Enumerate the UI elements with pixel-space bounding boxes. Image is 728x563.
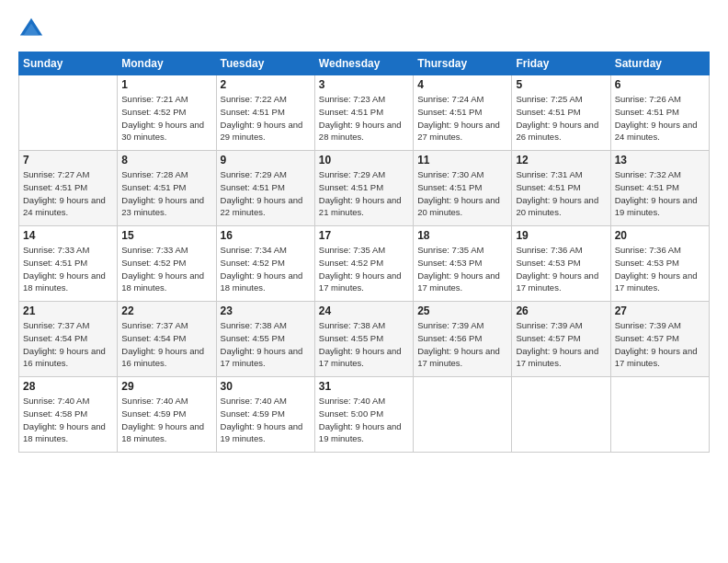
day-info: Sunrise: 7:26 AM Sunset: 4:51 PM Dayligh… bbox=[615, 93, 705, 144]
day-number: 31 bbox=[319, 380, 409, 393]
calendar-cell: 26 Sunrise: 7:39 AM Sunset: 4:57 PM Dayl… bbox=[512, 302, 610, 377]
day-number: 16 bbox=[221, 229, 311, 242]
day-info: Sunrise: 7:21 AM Sunset: 4:52 PM Dayligh… bbox=[121, 93, 211, 144]
week-row-4: 21 Sunrise: 7:37 AM Sunset: 4:54 PM Dayl… bbox=[19, 302, 710, 377]
calendar-cell: 31 Sunrise: 7:40 AM Sunset: 5:00 PM Dayl… bbox=[314, 377, 413, 453]
day-info: Sunrise: 7:31 AM Sunset: 4:51 PM Dayligh… bbox=[516, 168, 606, 219]
day-number: 1 bbox=[121, 78, 211, 91]
day-info: Sunrise: 7:37 AM Sunset: 4:54 PM Dayligh… bbox=[23, 319, 113, 370]
calendar-cell: 11 Sunrise: 7:30 AM Sunset: 4:51 PM Dayl… bbox=[414, 151, 512, 226]
day-info: Sunrise: 7:35 AM Sunset: 4:53 PM Dayligh… bbox=[417, 244, 507, 294]
day-info: Sunrise: 7:36 AM Sunset: 4:53 PM Dayligh… bbox=[615, 244, 705, 294]
day-info: Sunrise: 7:33 AM Sunset: 4:52 PM Dayligh… bbox=[121, 244, 211, 294]
day-number: 23 bbox=[221, 304, 311, 317]
page: SundayMondayTuesdayWednesdayThursdayFrid… bbox=[0, 0, 728, 563]
calendar-cell: 13 Sunrise: 7:32 AM Sunset: 4:51 PM Dayl… bbox=[610, 151, 709, 226]
day-number: 5 bbox=[516, 78, 606, 91]
day-info: Sunrise: 7:39 AM Sunset: 4:56 PM Dayligh… bbox=[417, 319, 507, 370]
calendar-cell: 2 Sunrise: 7:22 AM Sunset: 4:51 PM Dayli… bbox=[216, 75, 314, 151]
calendar-cell bbox=[512, 377, 610, 453]
day-info: Sunrise: 7:30 AM Sunset: 4:51 PM Dayligh… bbox=[417, 168, 507, 219]
day-number: 2 bbox=[221, 78, 311, 91]
calendar-cell bbox=[414, 377, 512, 453]
calendar-cell: 5 Sunrise: 7:25 AM Sunset: 4:51 PM Dayli… bbox=[512, 75, 610, 151]
weekday-header-sunday: Sunday bbox=[19, 52, 118, 75]
day-info: Sunrise: 7:29 AM Sunset: 4:51 PM Dayligh… bbox=[221, 168, 311, 219]
calendar-cell: 25 Sunrise: 7:39 AM Sunset: 4:56 PM Dayl… bbox=[414, 302, 512, 377]
day-info: Sunrise: 7:35 AM Sunset: 4:52 PM Dayligh… bbox=[319, 244, 409, 294]
day-info: Sunrise: 7:22 AM Sunset: 4:51 PM Dayligh… bbox=[221, 93, 311, 144]
day-number: 30 bbox=[221, 380, 311, 393]
logo-icon bbox=[18, 17, 44, 42]
day-number: 6 bbox=[615, 78, 705, 91]
weekday-header-wednesday: Wednesday bbox=[314, 52, 413, 75]
calendar-cell: 3 Sunrise: 7:23 AM Sunset: 4:51 PM Dayli… bbox=[314, 75, 413, 151]
day-number: 22 bbox=[121, 304, 211, 317]
day-number: 17 bbox=[319, 229, 409, 242]
day-number: 24 bbox=[319, 304, 409, 317]
calendar-cell: 10 Sunrise: 7:29 AM Sunset: 4:51 PM Dayl… bbox=[314, 151, 413, 226]
day-info: Sunrise: 7:37 AM Sunset: 4:54 PM Dayligh… bbox=[121, 319, 211, 370]
calendar-cell: 23 Sunrise: 7:38 AM Sunset: 4:55 PM Dayl… bbox=[216, 302, 314, 377]
calendar-cell: 15 Sunrise: 7:33 AM Sunset: 4:52 PM Dayl… bbox=[118, 226, 216, 302]
calendar-table: SundayMondayTuesdayWednesdayThursdayFrid… bbox=[18, 52, 710, 453]
calendar-cell: 29 Sunrise: 7:40 AM Sunset: 4:59 PM Dayl… bbox=[118, 377, 216, 453]
calendar-cell: 9 Sunrise: 7:29 AM Sunset: 4:51 PM Dayli… bbox=[216, 151, 314, 226]
day-info: Sunrise: 7:33 AM Sunset: 4:51 PM Dayligh… bbox=[23, 244, 113, 294]
day-info: Sunrise: 7:29 AM Sunset: 4:51 PM Dayligh… bbox=[319, 168, 409, 219]
day-number: 11 bbox=[417, 154, 507, 167]
calendar-cell: 4 Sunrise: 7:24 AM Sunset: 4:51 PM Dayli… bbox=[414, 75, 512, 151]
day-number: 8 bbox=[121, 154, 211, 167]
calendar-cell bbox=[610, 377, 709, 453]
day-info: Sunrise: 7:40 AM Sunset: 4:59 PM Dayligh… bbox=[121, 395, 211, 445]
day-number: 13 bbox=[615, 154, 705, 167]
day-info: Sunrise: 7:27 AM Sunset: 4:51 PM Dayligh… bbox=[23, 168, 113, 219]
calendar-cell: 8 Sunrise: 7:28 AM Sunset: 4:51 PM Dayli… bbox=[118, 151, 216, 226]
week-row-5: 28 Sunrise: 7:40 AM Sunset: 4:58 PM Dayl… bbox=[19, 377, 710, 453]
day-number: 10 bbox=[319, 154, 409, 167]
week-row-1: 1 Sunrise: 7:21 AM Sunset: 4:52 PM Dayli… bbox=[19, 75, 710, 151]
calendar-cell: 7 Sunrise: 7:27 AM Sunset: 4:51 PM Dayli… bbox=[19, 151, 118, 226]
day-info: Sunrise: 7:34 AM Sunset: 4:52 PM Dayligh… bbox=[221, 244, 311, 294]
day-info: Sunrise: 7:39 AM Sunset: 4:57 PM Dayligh… bbox=[516, 319, 606, 370]
day-number: 14 bbox=[23, 229, 113, 242]
day-info: Sunrise: 7:36 AM Sunset: 4:53 PM Dayligh… bbox=[516, 244, 606, 294]
day-info: Sunrise: 7:28 AM Sunset: 4:51 PM Dayligh… bbox=[121, 168, 211, 219]
day-info: Sunrise: 7:23 AM Sunset: 4:51 PM Dayligh… bbox=[319, 93, 409, 144]
day-number: 20 bbox=[615, 229, 705, 242]
day-info: Sunrise: 7:40 AM Sunset: 4:58 PM Dayligh… bbox=[23, 395, 113, 445]
day-info: Sunrise: 7:32 AM Sunset: 4:51 PM Dayligh… bbox=[615, 168, 705, 219]
day-info: Sunrise: 7:40 AM Sunset: 4:59 PM Dayligh… bbox=[221, 395, 311, 445]
calendar-cell: 30 Sunrise: 7:40 AM Sunset: 4:59 PM Dayl… bbox=[216, 377, 314, 453]
day-number: 3 bbox=[319, 78, 409, 91]
day-number: 15 bbox=[121, 229, 211, 242]
weekday-header-saturday: Saturday bbox=[610, 52, 709, 75]
day-number: 26 bbox=[516, 304, 606, 317]
weekday-header-row: SundayMondayTuesdayWednesdayThursdayFrid… bbox=[19, 52, 710, 75]
day-info: Sunrise: 7:25 AM Sunset: 4:51 PM Dayligh… bbox=[516, 93, 606, 144]
calendar-cell: 22 Sunrise: 7:37 AM Sunset: 4:54 PM Dayl… bbox=[118, 302, 216, 377]
calendar-cell: 17 Sunrise: 7:35 AM Sunset: 4:52 PM Dayl… bbox=[314, 226, 413, 302]
day-number: 9 bbox=[221, 154, 311, 167]
calendar-cell: 19 Sunrise: 7:36 AM Sunset: 4:53 PM Dayl… bbox=[512, 226, 610, 302]
day-number: 4 bbox=[417, 78, 507, 91]
day-number: 19 bbox=[516, 229, 606, 242]
day-number: 21 bbox=[23, 304, 113, 317]
weekday-header-tuesday: Tuesday bbox=[216, 52, 314, 75]
day-info: Sunrise: 7:38 AM Sunset: 4:55 PM Dayligh… bbox=[221, 319, 311, 370]
calendar-cell: 20 Sunrise: 7:36 AM Sunset: 4:53 PM Dayl… bbox=[610, 226, 709, 302]
calendar-cell bbox=[19, 75, 118, 151]
day-number: 7 bbox=[23, 154, 113, 167]
week-row-3: 14 Sunrise: 7:33 AM Sunset: 4:51 PM Dayl… bbox=[19, 226, 710, 302]
calendar-cell: 6 Sunrise: 7:26 AM Sunset: 4:51 PM Dayli… bbox=[610, 75, 709, 151]
day-info: Sunrise: 7:38 AM Sunset: 4:55 PM Dayligh… bbox=[319, 319, 409, 370]
day-number: 28 bbox=[23, 380, 113, 393]
weekday-header-friday: Friday bbox=[512, 52, 610, 75]
day-number: 12 bbox=[516, 154, 606, 167]
header bbox=[18, 17, 710, 42]
week-row-2: 7 Sunrise: 7:27 AM Sunset: 4:51 PM Dayli… bbox=[19, 151, 710, 226]
logo bbox=[18, 17, 48, 42]
day-number: 18 bbox=[417, 229, 507, 242]
calendar-cell: 24 Sunrise: 7:38 AM Sunset: 4:55 PM Dayl… bbox=[314, 302, 413, 377]
day-number: 27 bbox=[615, 304, 705, 317]
